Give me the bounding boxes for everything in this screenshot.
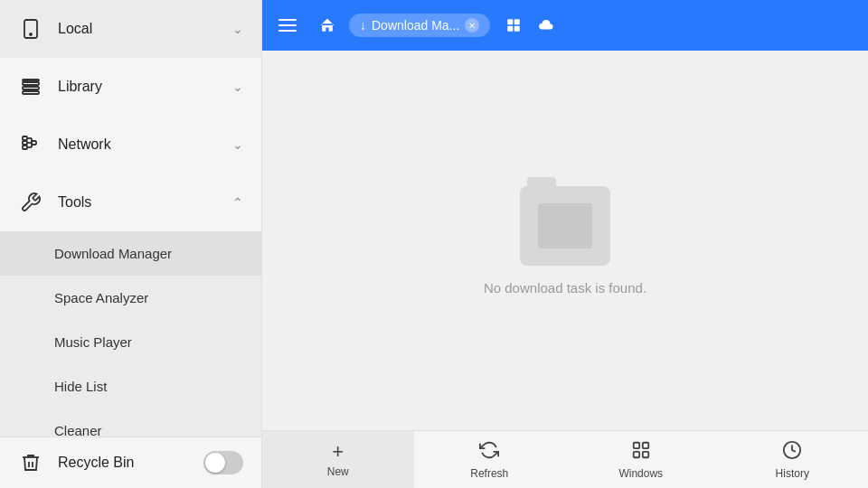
sidebar-bottom-recycle: Recycle Bin bbox=[0, 436, 261, 488]
refresh-icon bbox=[479, 440, 499, 464]
menu-button[interactable] bbox=[273, 11, 302, 40]
submenu-label-space-analyzer: Space Analyzer bbox=[54, 290, 148, 305]
topbar-icons bbox=[501, 13, 559, 38]
sidebar-submenu-cleaner[interactable]: Cleaner bbox=[0, 408, 261, 436]
bottom-toolbar: + New Refresh Windows bbox=[262, 430, 868, 488]
sidebar-submenu-space-analyzer[interactable]: Space Analyzer bbox=[0, 276, 261, 320]
windows-icon[interactable] bbox=[501, 13, 526, 38]
svg-rect-20 bbox=[634, 451, 639, 456]
sidebar-label-tools: Tools bbox=[58, 194, 232, 211]
windows-toolbar-icon bbox=[631, 440, 651, 464]
svg-rect-18 bbox=[634, 442, 639, 447]
toggle-knob bbox=[205, 453, 225, 473]
download-tab-icon: ↓ bbox=[360, 18, 366, 33]
chevron-down-icon: ⌄ bbox=[232, 22, 243, 36]
empty-folder-icon bbox=[520, 186, 610, 266]
sidebar-submenu-download-manager[interactable]: Download Manager bbox=[0, 231, 261, 276]
submenu-label-music-player: Music Player bbox=[54, 334, 132, 350]
svg-rect-14 bbox=[508, 19, 514, 24]
empty-state: No download task is found. bbox=[484, 186, 646, 296]
home-button[interactable] bbox=[313, 11, 342, 40]
sidebar-item-network[interactable]: Network ⌄ bbox=[0, 116, 261, 174]
network-icon bbox=[18, 132, 43, 157]
sidebar-item-local[interactable]: Local ⌄ bbox=[0, 0, 261, 58]
tab-label: Download Ma... bbox=[372, 18, 459, 33]
svg-rect-8 bbox=[23, 145, 27, 149]
svg-rect-2 bbox=[23, 82, 39, 85]
history-button[interactable]: History bbox=[717, 431, 869, 488]
main-area: ↓ Download Ma... ✕ bbox=[262, 0, 868, 488]
submenu-label-hide-list: Hide List bbox=[54, 379, 107, 394]
empty-message: No download task is found. bbox=[484, 280, 646, 296]
windows-button[interactable]: Windows bbox=[565, 431, 717, 488]
svg-rect-4 bbox=[23, 91, 39, 94]
main-content: No download task is found. bbox=[262, 51, 868, 430]
new-label: New bbox=[327, 465, 349, 478]
svg-rect-3 bbox=[23, 87, 39, 89]
sidebar-submenu-tools: Download Manager Space Analyzer Music Pl… bbox=[0, 231, 261, 436]
history-icon bbox=[782, 440, 802, 464]
trash-icon bbox=[18, 450, 43, 475]
svg-rect-16 bbox=[508, 26, 514, 32]
svg-point-1 bbox=[30, 33, 32, 35]
submenu-label-download-manager: Download Manager bbox=[54, 246, 172, 261]
menu-line bbox=[278, 24, 297, 26]
library-icon bbox=[18, 74, 43, 99]
chevron-up-icon: ⌃ bbox=[232, 195, 243, 210]
sidebar-label-network: Network bbox=[58, 136, 232, 153]
svg-rect-6 bbox=[23, 136, 27, 140]
chevron-down-icon: ⌄ bbox=[232, 137, 243, 152]
folder-inner bbox=[538, 203, 592, 249]
svg-rect-5 bbox=[23, 80, 39, 81]
submenu-label-cleaner: Cleaner bbox=[54, 423, 102, 436]
sidebar-main: Local ⌄ Library ⌄ bbox=[0, 0, 261, 436]
topbar: ↓ Download Ma... ✕ bbox=[262, 0, 868, 51]
wrench-icon bbox=[18, 190, 43, 215]
refresh-label: Refresh bbox=[470, 467, 508, 480]
svg-rect-7 bbox=[23, 141, 27, 145]
svg-rect-15 bbox=[514, 19, 520, 24]
menu-line bbox=[278, 30, 297, 32]
sidebar-item-tools[interactable]: Tools ⌃ bbox=[0, 174, 261, 231]
windows-label: Windows bbox=[618, 467, 663, 480]
sidebar-label-local: Local bbox=[58, 21, 232, 37]
svg-rect-21 bbox=[643, 451, 648, 456]
plus-icon: + bbox=[332, 442, 344, 462]
refresh-button[interactable]: Refresh bbox=[414, 431, 566, 488]
sidebar-label-library: Library bbox=[58, 79, 232, 95]
cloud-icon[interactable] bbox=[533, 13, 559, 38]
svg-rect-17 bbox=[514, 26, 520, 32]
active-tab[interactable]: ↓ Download Ma... ✕ bbox=[349, 14, 490, 37]
svg-rect-13 bbox=[32, 141, 36, 145]
sidebar: Local ⌄ Library ⌄ bbox=[0, 0, 262, 488]
recycle-bin-toggle[interactable] bbox=[203, 451, 243, 474]
sidebar-submenu-music-player[interactable]: Music Player bbox=[0, 320, 261, 364]
sidebar-submenu-hide-list[interactable]: Hide List bbox=[0, 364, 261, 408]
recycle-bin-label: Recycle Bin bbox=[58, 455, 203, 471]
menu-line bbox=[278, 19, 297, 21]
sidebar-item-library[interactable]: Library ⌄ bbox=[0, 58, 261, 116]
svg-rect-19 bbox=[643, 442, 648, 447]
phone-icon bbox=[18, 16, 43, 42]
history-label: History bbox=[776, 467, 809, 480]
tab-close-button[interactable]: ✕ bbox=[465, 18, 479, 33]
chevron-down-icon: ⌄ bbox=[232, 80, 243, 94]
new-button[interactable]: + New bbox=[262, 431, 414, 488]
